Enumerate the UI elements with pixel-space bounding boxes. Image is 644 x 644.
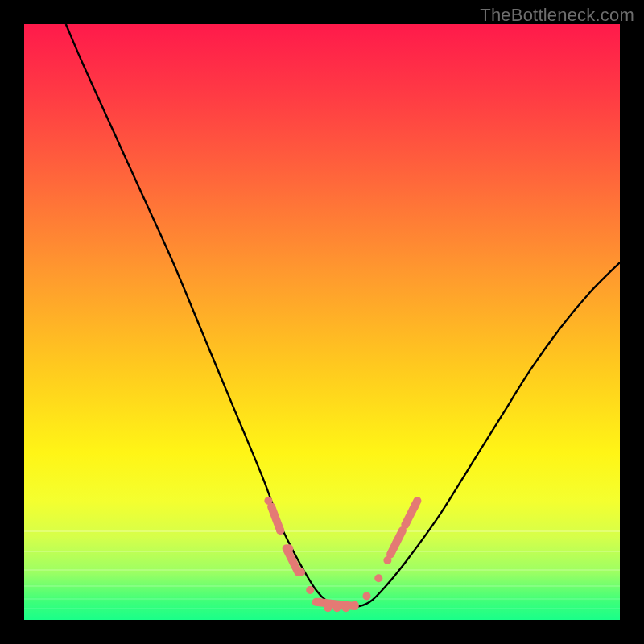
marker-dot xyxy=(276,526,284,535)
marker-dot xyxy=(306,586,314,594)
marker-dot xyxy=(393,539,401,547)
marker-segments xyxy=(271,501,417,606)
marker-dot xyxy=(315,598,323,606)
watermark-text: TheBottleneck.com xyxy=(480,5,634,26)
bottleneck-curve xyxy=(66,24,620,609)
marker-dot xyxy=(285,544,293,552)
chart-plot-area xyxy=(24,24,620,620)
marker-dot xyxy=(411,502,419,510)
chart-frame: TheBottleneck.com xyxy=(0,0,644,644)
marker-dot xyxy=(402,521,410,529)
marker-dot xyxy=(363,592,371,600)
marker-dot xyxy=(297,568,305,576)
marker-dot xyxy=(351,601,359,609)
chart-svg xyxy=(24,24,620,620)
marker-dot xyxy=(324,604,332,612)
marker-dot xyxy=(264,497,272,505)
marker-dot xyxy=(333,604,341,612)
marker-dot xyxy=(383,556,391,564)
marker-dot xyxy=(342,604,350,612)
marker-dot xyxy=(374,574,382,582)
